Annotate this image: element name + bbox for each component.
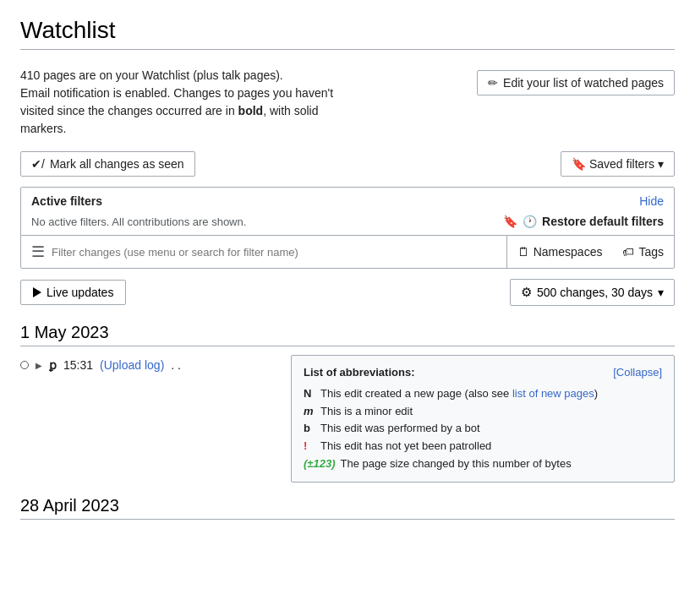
ns-tags-row: 🗒 Namespaces 🏷 Tags	[507, 238, 674, 265]
collapse-link[interactable]: [Collapse]	[613, 364, 662, 382]
abbrev-row-m: m This is a minor edit	[304, 403, 662, 421]
abbrev-key-m: m	[304, 403, 315, 421]
entry-suffix: . .	[171, 358, 181, 372]
abbrev-row-N: N This edit created a new page (also see…	[304, 385, 662, 403]
ns-icon: 🗒	[517, 245, 529, 259]
list-new-pages-link[interactable]: list of new pages	[512, 387, 594, 400]
mark-all-seen-label: Mark all changes as seen	[50, 157, 184, 171]
restore-clock-icon: 🕐	[523, 215, 537, 228]
chevron-down-icon: ▾	[658, 157, 664, 171]
live-updates-row: Live updates ⚙ 500 changes, 30 days ▾	[20, 279, 675, 306]
filter-search-row: ☰ 🗒 Namespaces 🏷 Tags	[21, 235, 674, 268]
bookmark-icon: 🔖	[572, 157, 586, 171]
abbrev-key-N: N	[304, 385, 315, 403]
abbrev-title: List of abbreviations:	[304, 364, 414, 382]
abbreviations-box: List of abbreviations: [Collapse] N This…	[291, 355, 675, 482]
hide-filters-link[interactable]: Hide	[639, 194, 664, 208]
abbrev-header: List of abbreviations: [Collapse]	[304, 364, 662, 382]
checkmark-icon: ✔/	[31, 157, 45, 171]
watchlist-entry-1: ▶ ꝑ 15:31 (Upload log) . .	[20, 355, 274, 375]
tags-label: Tags	[638, 245, 664, 259]
tag-icon: 🏷	[622, 245, 634, 259]
abbrev-row-b: b This edit was performed by a bot	[304, 420, 662, 438]
restore-default-filters-button[interactable]: 🔖 🕐 Restore default filters	[503, 215, 664, 228]
top-section: 410 pages are on your Watchlist (plus ta…	[20, 67, 675, 138]
abbrev-text-bytes: The page size changed by this number of …	[340, 455, 571, 473]
abbrev-row-bytes: (±123) The page size changed by this num…	[304, 455, 662, 473]
edit-watched-label: Edit your list of watched pages	[503, 76, 664, 90]
changes-days-button[interactable]: ⚙ 500 changes, 30 days ▾	[510, 279, 675, 306]
saved-filters-button[interactable]: 🔖 Saved filters ▾	[561, 151, 675, 177]
info-text: 410 pages are on your Watchlist (plus ta…	[20, 67, 358, 138]
upload-log-link[interactable]: (Upload log)	[100, 358, 164, 372]
abbrev-text-excl: This edit has not yet been patrolled	[320, 438, 491, 455]
lines-icon: ☰	[31, 243, 45, 261]
restore-label: Restore default filters	[542, 215, 664, 228]
action-bar: ✔/ Mark all changes as seen 🔖 Saved filt…	[20, 151, 675, 177]
no-filters-text: No active filters. All contributions are…	[31, 215, 246, 228]
date-heading-1: 1 May 2023	[20, 323, 675, 346]
abbrev-key-b: b	[304, 420, 315, 438]
tags-button[interactable]: 🏷 Tags	[612, 238, 674, 265]
filter-changes-input[interactable]	[52, 246, 496, 259]
abbrev-text-b: This edit was performed by a bot	[320, 420, 480, 438]
saved-filters-label: Saved filters	[589, 157, 654, 171]
bullet-circle-icon	[20, 361, 29, 369]
abbrev-text-m: This is a minor edit	[320, 403, 413, 421]
edit-watched-button[interactable]: ✏ Edit your list of watched pages	[477, 70, 675, 95]
bookmark-restore-icon: 🔖	[503, 215, 517, 228]
abbrev-key-bytes: (±123)	[304, 455, 335, 473]
abbrev-key-excl: !	[304, 438, 315, 455]
pencil-icon: ✏	[488, 76, 498, 90]
date-section-2: 28 April 2023	[20, 496, 675, 520]
active-filters-label: Active filters	[31, 194, 102, 208]
namespaces-button[interactable]: 🗒 Namespaces	[507, 238, 613, 265]
gear-icon: ⚙	[521, 285, 532, 300]
info-text-line1: 410 pages are on your Watchlist (plus ta…	[20, 68, 283, 82]
date-heading-2: 28 April 2023	[20, 496, 675, 520]
active-filters-box: Active filters Hide No active filters. A…	[20, 187, 675, 269]
active-filters-body: No active filters. All contributions are…	[21, 211, 674, 235]
chevron-down-icon2: ▾	[658, 286, 664, 299]
namespaces-label: Namespaces	[534, 245, 603, 259]
entry-timestamp: 15:31	[63, 358, 93, 372]
filter-input-wrap: ☰	[21, 236, 507, 268]
live-updates-button[interactable]: Live updates	[20, 280, 126, 305]
page-title: Watchlist	[20, 17, 675, 50]
mark-all-seen-button[interactable]: ✔/ Mark all changes as seen	[20, 151, 195, 177]
changes-days-label: 500 changes, 30 days	[537, 286, 653, 299]
bold-flag: ꝑ	[49, 358, 57, 372]
live-updates-label: Live updates	[47, 286, 113, 299]
abbrev-row-excl: ! This edit has not yet been patrolled	[304, 438, 662, 455]
play-icon	[33, 287, 41, 297]
date-section-1: 1 May 2023 ▶ ꝑ 15:31 (Upload log) . . Li…	[20, 323, 675, 482]
expand-arrow-icon[interactable]: ▶	[36, 361, 42, 370]
abbrev-text-N: This edit created a new page (also see l…	[320, 385, 598, 403]
info-bold-word: bold	[238, 104, 264, 117]
active-filters-header: Active filters Hide	[21, 188, 674, 211]
